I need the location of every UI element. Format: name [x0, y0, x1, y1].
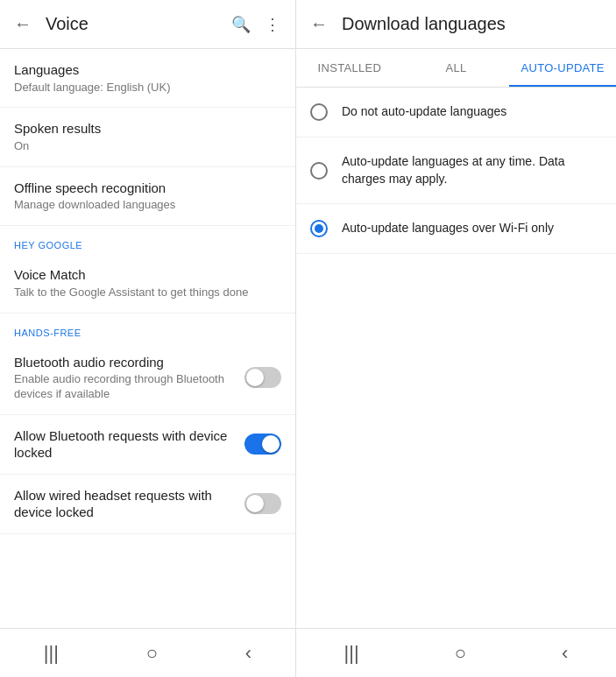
right-header: ← Download languages	[296, 0, 616, 49]
radio-circle-wifi	[310, 220, 328, 237]
tab-all[interactable]: ALL	[403, 49, 510, 87]
page-title: Voice	[46, 14, 225, 34]
bluetooth-audio-toggle[interactable]	[244, 367, 281, 388]
tabs-bar: INSTALLED ALL AUTO-UPDATE	[296, 49, 616, 88]
radio-auto-update-wifi[interactable]: Auto-update languages over Wi-Fi only	[296, 204, 616, 254]
right-home-nav-icon[interactable]: ○	[455, 642, 466, 665]
right-recents-nav-icon[interactable]: |||	[344, 642, 359, 665]
left-content: Languages Default language: English (UK)…	[0, 49, 295, 628]
tab-installed[interactable]: INSTALLED	[296, 49, 403, 87]
radio-dot-wifi	[315, 224, 323, 233]
languages-subtitle: Default language: English (UK)	[14, 81, 281, 95]
languages-item[interactable]: Languages Default language: English (UK)	[0, 49, 295, 108]
spoken-results-title: Spoken results	[14, 120, 281, 138]
right-back-nav-icon[interactable]: ‹	[562, 642, 568, 665]
wired-headset-toggle[interactable]	[244, 493, 281, 514]
bluetooth-audio-item[interactable]: Bluetooth audio recording Enable audio r…	[0, 342, 295, 415]
tab-auto-update[interactable]: AUTO-UPDATE	[509, 49, 616, 87]
offline-speech-title: Offline speech recognition	[14, 180, 281, 197]
voice-match-subtitle: Talk to the Google Assistant to get thin…	[14, 286, 281, 300]
search-icon[interactable]: 🔍	[225, 9, 257, 40]
voice-match-item[interactable]: Voice Match Talk to the Google Assistant…	[0, 254, 295, 313]
offline-speech-subtitle: Manage downloaded languages	[14, 198, 281, 213]
radio-label-wifi: Auto-update languages over Wi-Fi only	[342, 220, 554, 237]
radio-no-auto-update[interactable]: Do not auto-update languages	[296, 88, 616, 138]
right-back-icon[interactable]: ←	[303, 9, 335, 40]
bluetooth-audio-title: Bluetooth audio recording	[14, 354, 234, 371]
bluetooth-audio-subtitle: Enable audio recording through Bluetooth…	[14, 372, 234, 402]
spoken-results-subtitle: On	[14, 139, 281, 154]
home-nav-icon[interactable]: ○	[146, 642, 158, 665]
right-bottom-nav: ||| ○ ‹	[296, 628, 616, 677]
right-content: Do not auto-update languages Auto-update…	[296, 88, 616, 628]
radio-circle-anytime	[310, 162, 328, 180]
offline-speech-item[interactable]: Offline speech recognition Manage downlo…	[0, 167, 295, 226]
radio-label-anytime: Auto-update languages at any time. Data …	[342, 153, 602, 187]
more-icon[interactable]: ⋮	[257, 9, 288, 40]
radio-auto-update-anytime[interactable]: Auto-update languages at any time. Data …	[296, 138, 616, 204]
hands-free-section: HANDS-FREE	[0, 314, 295, 342]
right-page-title: Download languages	[342, 14, 506, 34]
left-panel: ← Voice 🔍 ⋮ Languages Default language: …	[0, 0, 296, 677]
hey-google-section: HEY GOOGLE	[0, 226, 295, 254]
wired-headset-item[interactable]: Allow wired headset requests with device…	[0, 475, 295, 534]
bluetooth-requests-item[interactable]: Allow Bluetooth requests with device loc…	[0, 415, 295, 475]
left-header: ← Voice 🔍 ⋮	[0, 0, 295, 49]
spoken-results-item[interactable]: Spoken results On	[0, 108, 295, 166]
radio-circle-no-update	[310, 103, 328, 121]
back-icon[interactable]: ←	[7, 9, 39, 40]
right-panel: ← Download languages INSTALLED ALL AUTO-…	[296, 0, 616, 677]
radio-label-no-update: Do not auto-update languages	[342, 103, 506, 121]
bluetooth-requests-title: Allow Bluetooth requests with device loc…	[14, 427, 234, 462]
left-bottom-nav: ||| ○ ‹	[0, 628, 295, 677]
wired-headset-title: Allow wired headset requests with device…	[14, 487, 234, 521]
languages-title: Languages	[14, 61, 281, 79]
bluetooth-requests-toggle[interactable]	[244, 434, 281, 455]
recents-nav-icon[interactable]: |||	[44, 642, 59, 665]
back-nav-icon[interactable]: ‹	[245, 642, 251, 665]
voice-match-title: Voice Match	[14, 266, 281, 284]
